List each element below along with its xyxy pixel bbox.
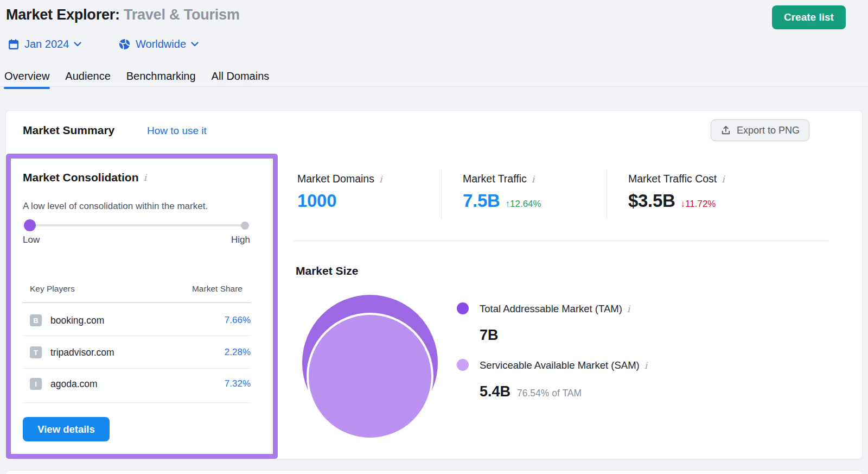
sam-legend-label: Serviceable Available Market (SAM) i (480, 359, 647, 371)
chevron-down-icon (74, 42, 81, 47)
date-selector[interactable]: Jan 2024 (8, 38, 81, 50)
stat-change-badge: ↓11.72% (681, 199, 716, 210)
table-row: I agoda.com 7.32% (23, 372, 251, 396)
next-card-edge (5, 470, 863, 474)
page-title-prefix: Market Explorer: (6, 7, 120, 23)
consolidation-slider-handle[interactable] (24, 219, 36, 231)
tabs-divider (0, 86, 868, 87)
date-selector-value: Jan 2024 (24, 38, 69, 50)
stats-divider (607, 170, 607, 219)
market-consolidation-title-text: Market Consolidation (23, 171, 139, 184)
page-title-market: Travel & Tourism (124, 7, 240, 23)
info-icon[interactable]: i (379, 174, 382, 185)
section-divider (293, 241, 828, 241)
globe-icon (118, 38, 131, 50)
consolidation-slider-end-cap[interactable] (241, 222, 249, 230)
stat-label: Market Traffic Cost i (628, 173, 725, 185)
stat-value: $3.5B (628, 191, 675, 211)
how-to-use-link[interactable]: How to use it (147, 125, 207, 137)
info-icon[interactable]: i (644, 360, 647, 371)
view-details-button[interactable]: View details (23, 417, 110, 441)
tab-bar: Overview Audience Benchmarking All Domai… (4, 70, 270, 88)
chevron-down-icon (191, 42, 199, 47)
info-icon[interactable]: i (722, 174, 724, 185)
stat-change-badge: ↑12.64% (506, 199, 541, 210)
upload-icon (720, 125, 731, 136)
page-title: Market Explorer:Travel & Tourism (6, 7, 240, 23)
key-players-column-header: Key Players (30, 284, 75, 294)
tam-label-text: Total Addressable Market (TAM) (480, 303, 622, 315)
tam-value: 7B (480, 327, 499, 344)
stat-value: 1000 (297, 191, 336, 211)
row-divider (23, 368, 251, 369)
sam-legend-dot (457, 359, 469, 371)
market-summary-card (5, 110, 863, 459)
card-title: Market Summary (23, 124, 114, 137)
tam-legend-label: Total Addressable Market (TAM) i (480, 303, 630, 315)
export-to-png-button[interactable]: Export to PNG (711, 119, 809, 141)
player-domain: booking.com (50, 315, 104, 326)
stat-label: Market Traffic i (463, 173, 541, 185)
stat-label-text: Market Domains (297, 173, 374, 185)
consolidation-slider-track[interactable] (26, 224, 247, 226)
tab-all-domains[interactable]: All Domains (211, 70, 270, 88)
player-share: 7.32% (225, 378, 251, 389)
info-icon[interactable]: i (627, 304, 630, 314)
player-domain: tripadvisor.com (50, 347, 114, 358)
table-row: B booking.com 7.66% (23, 308, 251, 332)
region-selector-value: Worldwide (136, 38, 186, 50)
region-selector[interactable]: Worldwide (118, 38, 199, 50)
stats-divider (441, 170, 442, 219)
stat-label: Market Domains i (297, 173, 382, 185)
sam-label-text: Serviceable Available Market (SAM) (480, 359, 640, 371)
consolidation-description: A low level of consolidation within the … (23, 201, 256, 212)
tab-overview[interactable]: Overview (4, 70, 50, 88)
favicon-badge: I (30, 378, 42, 390)
row-divider (23, 336, 251, 336)
stat-value: 7.5B (463, 191, 500, 211)
slider-low-label: Low (23, 235, 40, 245)
player-domain: agoda.com (50, 378, 98, 390)
player-share: 7.66% (225, 315, 251, 326)
stat-label-text: Market Traffic (463, 173, 527, 185)
stat-label-text: Market Traffic Cost (628, 173, 717, 185)
tab-benchmarking[interactable]: Benchmarking (126, 70, 196, 88)
market-share-column-header: Market Share (141, 284, 242, 294)
favicon-badge: T (30, 346, 42, 358)
calendar-icon (8, 39, 20, 50)
create-list-button[interactable]: Create list (772, 5, 846, 29)
favicon-badge: B (30, 314, 42, 326)
row-divider (23, 402, 251, 403)
tam-legend-dot (457, 302, 469, 314)
sam-bubble (307, 313, 433, 440)
export-label: Export to PNG (737, 125, 800, 136)
table-row: T tripadvisor.com 2.28% (23, 340, 251, 364)
market-consolidation-title: Market Consolidation i (23, 171, 146, 184)
info-icon[interactable]: i (532, 174, 534, 185)
sam-percent-note: 76.54% of TAM (517, 388, 582, 399)
stat-market-traffic: Market Traffic i 7.5B ↑12.64% (463, 173, 541, 211)
slider-high-label: High (217, 235, 250, 245)
tab-audience[interactable]: Audience (65, 70, 111, 88)
table-header-divider (23, 302, 251, 303)
info-icon[interactable]: i (144, 172, 146, 183)
stat-market-traffic-cost: Market Traffic Cost i $3.5B ↓11.72% (628, 173, 725, 211)
player-share: 2.28% (225, 347, 251, 358)
stat-market-domains: Market Domains i 1000 (297, 173, 382, 211)
market-explorer-screen: Market Explorer:Travel & Tourism Create … (0, 0, 868, 474)
create-list-label: Create list (784, 11, 834, 23)
market-size-title: Market Size (296, 264, 359, 277)
sam-value: 5.4B (480, 383, 510, 400)
